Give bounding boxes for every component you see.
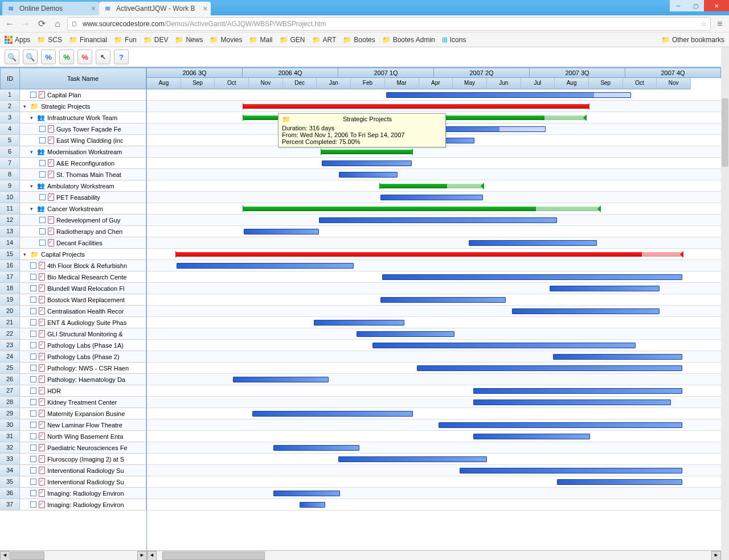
collapse-icon[interactable]: ▾ <box>30 183 36 189</box>
task-checkbox[interactable] <box>30 297 36 303</box>
task-row[interactable]: 28 Kidney Treatment Center <box>0 397 146 408</box>
task-name-cell[interactable]: Pathology Labs (Phase 2) <box>20 351 146 362</box>
task-checkbox[interactable] <box>30 410 36 417</box>
task-checkbox[interactable] <box>39 194 46 200</box>
task-name-cell[interactable]: Maternity Expansion Busine <box>20 408 146 419</box>
browser-tab[interactable]: ≋Online Demos× <box>2 2 99 15</box>
task-checkbox[interactable] <box>30 422 36 428</box>
gantt-bar[interactable] <box>233 377 329 382</box>
chart-row[interactable] <box>147 351 721 363</box>
task-checkbox[interactable] <box>39 228 46 234</box>
task-name-cell[interactable]: Kidney Treatment Center <box>20 397 146 407</box>
task-checkbox[interactable] <box>30 479 36 485</box>
task-name-cell[interactable]: PET Feasability <box>20 192 146 203</box>
chart-row[interactable] <box>147 499 721 510</box>
gantt-bar[interactable] <box>300 502 325 508</box>
left-scroll-right[interactable]: ► <box>137 551 147 560</box>
task-name-cell[interactable]: Paediatric Neurosciences Fe <box>20 442 146 453</box>
gantt-bar[interactable] <box>322 150 412 154</box>
task-name-cell[interactable]: ▾👥Cancer Workstream <box>20 203 146 214</box>
gantt-bar[interactable] <box>273 491 340 496</box>
window-minimize[interactable]: ─ <box>670 0 687 11</box>
task-checkbox[interactable] <box>30 456 36 462</box>
gantt-bar[interactable] <box>244 104 588 109</box>
chart-row[interactable] <box>147 226 721 237</box>
bookmark-item[interactable]: 📁Movies <box>210 36 242 44</box>
address-bar[interactable]: 🗋 www.sourcecodestore.com/Demos/ActiveGa… <box>67 17 711 31</box>
chart-row[interactable] <box>147 488 721 499</box>
bookmark-item[interactable]: 📁GEN <box>280 36 305 44</box>
bookmark-item[interactable]: 📁Bootes Admin <box>382 36 435 44</box>
gantt-bar[interactable] <box>177 252 682 257</box>
task-name-cell[interactable]: ▾👥Modernisation Workstream <box>20 146 146 157</box>
task-row[interactable]: 20 Centralisation Health Recor <box>0 306 146 317</box>
column-id-header[interactable]: ID <box>0 68 20 89</box>
gantt-bar[interactable] <box>244 207 600 211</box>
task-checkbox[interactable] <box>30 342 36 348</box>
collapse-icon[interactable]: ▾ <box>30 149 36 155</box>
chart-row[interactable] <box>147 465 721 476</box>
chart-row[interactable] <box>147 317 721 328</box>
help-button[interactable]: ? <box>114 50 129 64</box>
task-row[interactable]: 23 Pathology Labs (Phase 1A) <box>0 340 146 351</box>
chart-row[interactable] <box>147 89 721 101</box>
percent-green-button[interactable]: % <box>59 50 74 64</box>
left-scroll-left[interactable]: ◄ <box>0 551 10 560</box>
gantt-bar[interactable] <box>319 217 557 223</box>
task-checkbox[interactable] <box>30 331 36 337</box>
gantt-bar[interactable] <box>244 229 319 234</box>
gantt-bar[interactable] <box>469 240 597 246</box>
task-checkbox[interactable] <box>39 171 46 178</box>
chart-row[interactable] <box>147 101 721 112</box>
chart-scroll-left[interactable]: ◄ <box>147 551 157 560</box>
task-name-cell[interactable]: Blundell Ward Relocation Fl <box>20 283 146 294</box>
task-checkbox[interactable] <box>30 388 36 394</box>
nav-back[interactable]: ← <box>3 18 16 30</box>
bookmark-item[interactable]: 📁Financial <box>69 36 107 44</box>
task-row[interactable]: 13 Radiotherapy and Chen <box>0 226 146 237</box>
task-row[interactable]: 14 Decant Facilities <box>0 237 146 249</box>
task-name-cell[interactable]: Capital Plan <box>20 89 146 100</box>
bookmark-item[interactable]: ⊞Icons <box>442 36 466 44</box>
chart-row[interactable] <box>147 306 721 317</box>
task-name-cell[interactable]: ▾📁Strategic Projects <box>20 101 146 112</box>
task-name-cell[interactable]: East Wing Cladding (inc <box>20 135 146 146</box>
task-checkbox[interactable] <box>39 126 46 132</box>
gantt-bar[interactable] <box>553 354 682 360</box>
gantt-bar[interactable] <box>460 468 682 473</box>
collapse-icon[interactable]: ▾ <box>30 206 36 212</box>
gantt-bar[interactable] <box>550 286 660 291</box>
chart-row[interactable] <box>147 408 721 419</box>
chart-row[interactable] <box>147 158 721 169</box>
chart-row[interactable] <box>147 215 721 226</box>
task-checkbox[interactable] <box>30 365 36 371</box>
task-row[interactable]: 5 East Wing Cladding (inc <box>0 135 146 146</box>
task-row[interactable]: 33 Fluroscopy (Imaging 2) at S <box>0 454 146 465</box>
left-scroll-thumb[interactable] <box>10 551 44 560</box>
gantt-bar[interactable] <box>372 343 636 348</box>
task-checkbox[interactable] <box>39 160 46 166</box>
task-row[interactable]: 12 Redevelopment of Guy <box>0 215 146 226</box>
chart-row[interactable] <box>147 180 721 192</box>
collapse-icon[interactable]: ▾ <box>23 104 29 109</box>
task-row[interactable]: 27 HDR <box>0 385 146 397</box>
task-row[interactable]: 17 Bio Medical Research Cente <box>0 271 146 283</box>
chart-row[interactable] <box>147 340 721 351</box>
chart-row[interactable] <box>147 169 721 180</box>
task-name-cell[interactable]: 4th Floor Block & Refurbishn <box>20 260 146 271</box>
browser-tab[interactable]: ≋ActiveGanttJQW - Work B× <box>99 2 211 15</box>
task-checkbox[interactable] <box>30 308 36 314</box>
task-row[interactable]: 11 ▾👥Cancer Workstream <box>0 203 146 215</box>
gantt-bar[interactable] <box>177 263 354 269</box>
bookmark-item[interactable]: 📁Fun <box>114 36 137 44</box>
task-name-cell[interactable]: Guys Tower Façade Fe <box>20 123 146 134</box>
task-row[interactable]: 9 ▾👥Ambulatory Workstream <box>0 180 146 192</box>
task-name-cell[interactable]: Interventional Radiology Su <box>20 465 146 476</box>
task-checkbox[interactable] <box>30 92 36 98</box>
tab-close-icon[interactable]: × <box>91 4 96 13</box>
chart-row[interactable] <box>147 237 721 249</box>
task-row[interactable]: 29 Maternity Expansion Busine <box>0 408 146 419</box>
task-row[interactable]: 6 ▾👥Modernisation Workstream <box>0 146 146 158</box>
task-row[interactable]: 16 4th Floor Block & Refurbishn <box>0 260 146 271</box>
task-row[interactable]: 2 ▾📁Strategic Projects <box>0 101 146 112</box>
